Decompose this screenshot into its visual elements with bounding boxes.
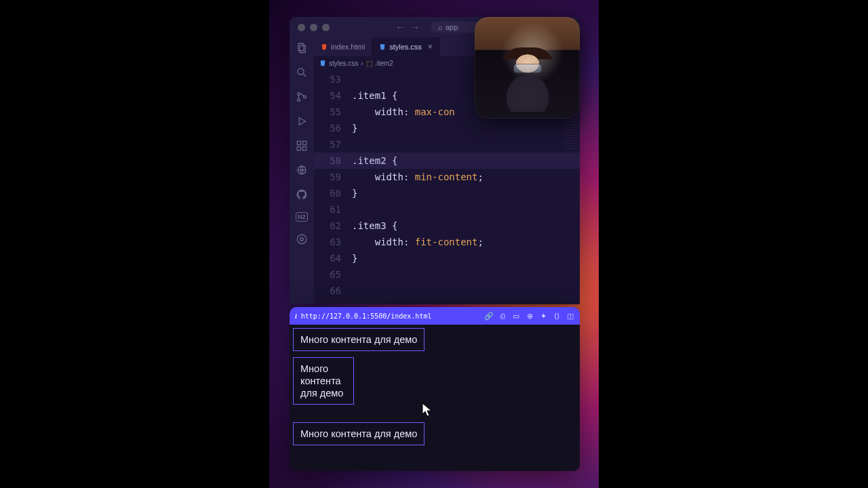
tab-label: styles.css bbox=[389, 43, 422, 51]
css-file-icon bbox=[379, 43, 386, 50]
close-window-icon[interactable] bbox=[298, 24, 305, 31]
svg-point-14 bbox=[297, 235, 307, 244]
svg-point-5 bbox=[298, 99, 300, 102]
svg-rect-10 bbox=[303, 147, 307, 150]
code-line[interactable]: } bbox=[352, 185, 580, 201]
search-icon: ⌕ bbox=[438, 23, 443, 31]
remote-icon[interactable] bbox=[295, 163, 309, 177]
preview-toolbar: i http://127.0.0.1:5500/index.html 🔗 ⎙ ▭… bbox=[290, 307, 580, 325]
svg-rect-1 bbox=[300, 45, 305, 53]
devtools-icon[interactable]: ⟨⟩ bbox=[553, 312, 561, 320]
tab-index-html[interactable]: index.html bbox=[314, 37, 372, 56]
code-line[interactable]: width: min-content; bbox=[352, 169, 580, 185]
link-icon[interactable]: 🔗 bbox=[485, 312, 493, 320]
svg-rect-0 bbox=[298, 43, 304, 51]
maximize-window-icon[interactable] bbox=[322, 24, 330, 31]
globe-icon[interactable]: ⊕ bbox=[526, 312, 534, 320]
code-line[interactable] bbox=[352, 136, 580, 152]
code-line[interactable]: } bbox=[352, 250, 580, 266]
extensions-icon[interactable] bbox=[295, 139, 309, 152]
line-numbers: 5354555657585960616263646566 bbox=[314, 70, 352, 304]
nav-forward-icon[interactable]: → bbox=[410, 22, 420, 33]
info-icon[interactable]: i bbox=[295, 312, 297, 320]
breadcrumb-symbol: .item2 bbox=[375, 60, 393, 67]
demo-item-3: Много контента для демо bbox=[293, 422, 425, 445]
breadcrumb-file: styles.css bbox=[329, 60, 358, 67]
svg-line-3 bbox=[303, 74, 306, 77]
search-placeholder: app bbox=[446, 23, 458, 31]
demo-item-1: Много контента для демо bbox=[293, 328, 425, 351]
debug-icon[interactable] bbox=[295, 115, 309, 128]
preview-viewport[interactable]: Много контента для демо Много контента д… bbox=[290, 325, 580, 471]
code-line[interactable]: .item3 { bbox=[352, 218, 580, 234]
current-line-highlight bbox=[314, 152, 580, 169]
code-line[interactable]: width: fit-content; bbox=[352, 234, 580, 250]
search-activity-icon[interactable] bbox=[295, 66, 309, 79]
screenshot-icon[interactable]: ⎙ bbox=[498, 312, 507, 320]
svg-rect-9 bbox=[297, 147, 300, 150]
browser-preview: i http://127.0.0.1:5500/index.html 🔗 ⎙ ▭… bbox=[290, 307, 580, 471]
minimize-window-icon[interactable] bbox=[310, 24, 317, 31]
refresh-icon[interactable]: ✦ bbox=[539, 312, 547, 320]
files-icon[interactable] bbox=[295, 41, 309, 55]
svg-point-13 bbox=[300, 238, 304, 241]
symbol-icon: ⬚ bbox=[366, 60, 372, 67]
close-tab-icon[interactable]: × bbox=[428, 42, 433, 52]
nav-back-icon[interactable]: ← bbox=[395, 22, 405, 33]
css-file-icon bbox=[319, 60, 326, 66]
mouse-cursor-icon bbox=[422, 403, 433, 418]
app-logo-icon[interactable]: N2 bbox=[296, 212, 308, 222]
settings-icon[interactable] bbox=[295, 232, 309, 246]
svg-point-6 bbox=[304, 96, 307, 98]
source-control-icon[interactable] bbox=[295, 90, 309, 104]
svg-rect-11 bbox=[303, 141, 307, 144]
code-line[interactable] bbox=[352, 201, 580, 218]
svg-point-4 bbox=[298, 93, 300, 96]
chevron-right-icon: › bbox=[361, 60, 363, 67]
code-line[interactable] bbox=[352, 266, 580, 283]
webcam-overlay bbox=[475, 17, 580, 119]
code-line[interactable] bbox=[352, 283, 580, 299]
html-file-icon bbox=[321, 43, 328, 50]
code-line[interactable]: } bbox=[352, 120, 580, 136]
tab-label: index.html bbox=[331, 43, 365, 51]
tab-styles-css[interactable]: styles.css × bbox=[372, 37, 440, 56]
preview-url[interactable]: http://127.0.0.1:5500/index.html bbox=[301, 312, 432, 320]
svg-marker-7 bbox=[299, 118, 305, 125]
demo-item-2: Много контента для демо bbox=[293, 357, 354, 405]
svg-point-2 bbox=[298, 68, 304, 75]
panel-icon[interactable]: ◫ bbox=[566, 312, 574, 320]
device-icon[interactable]: ▭ bbox=[512, 312, 520, 320]
activity-bar: N2 bbox=[290, 37, 314, 304]
svg-rect-8 bbox=[297, 141, 300, 144]
github-icon[interactable] bbox=[295, 188, 309, 201]
